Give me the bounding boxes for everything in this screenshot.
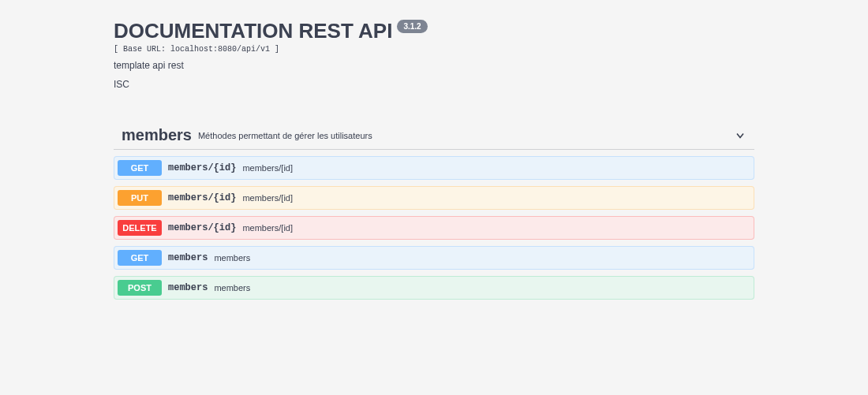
chevron-down-icon <box>734 129 746 142</box>
operation-summary: members <box>214 283 250 293</box>
method-badge-get: GET <box>118 250 162 266</box>
operation-put-members-id[interactable]: PUT members/{id} members/[id] <box>114 186 754 210</box>
operation-summary: members <box>214 253 250 263</box>
operation-delete-members-id[interactable]: DELETE members/{id} members/[id] <box>114 216 754 240</box>
operation-summary: members/[id] <box>242 223 293 233</box>
license-link[interactable]: ISC <box>114 79 754 90</box>
operation-path: members <box>168 252 208 263</box>
api-description: template api rest <box>114 60 754 71</box>
page-title: DOCUMENTATION REST API <box>114 19 392 43</box>
operation-path: members/{id} <box>168 192 236 203</box>
operation-path: members <box>168 282 208 293</box>
method-badge-post: POST <box>118 280 162 296</box>
method-badge-put: PUT <box>118 190 162 206</box>
version-badge: 3.1.2 <box>397 20 427 33</box>
operation-path: members/{id} <box>168 222 236 233</box>
method-badge-delete: DELETE <box>118 220 162 236</box>
operation-get-members-id[interactable]: GET members/{id} members/[id] <box>114 156 754 180</box>
operation-get-members[interactable]: GET members members <box>114 246 754 270</box>
operation-summary: members/[id] <box>242 163 293 173</box>
method-badge-get: GET <box>118 160 162 176</box>
operation-summary: members/[id] <box>242 193 293 203</box>
tag-description: Méthodes permettant de gérer les utilisa… <box>198 131 734 140</box>
operation-path: members/{id} <box>168 162 236 173</box>
base-url: [ Base URL: localhost:8080/api/v1 ] <box>114 45 754 54</box>
tag-name: members <box>122 126 192 144</box>
tag-members-header[interactable]: members Méthodes permettant de gérer les… <box>114 121 754 150</box>
operation-post-members[interactable]: POST members members <box>114 276 754 300</box>
